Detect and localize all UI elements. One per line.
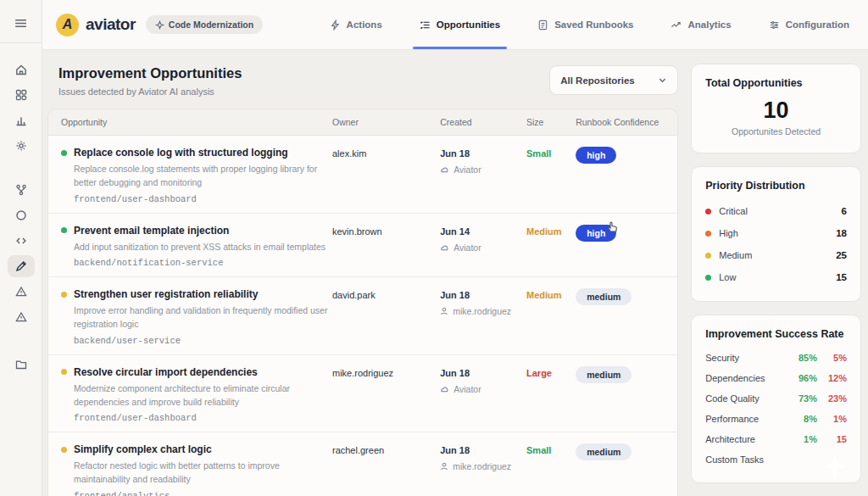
page-title: Improvement Opportunities xyxy=(58,65,242,81)
person-mini-icon xyxy=(440,307,448,315)
row-created: Jun 18 xyxy=(440,147,526,159)
folder-icon[interactable] xyxy=(8,354,35,376)
col-size: Size xyxy=(526,117,576,127)
document-icon xyxy=(537,20,548,31)
mouse-cursor xyxy=(605,219,620,234)
repository-filter-dropdown[interactable]: All Repositories xyxy=(549,65,678,95)
bar-chart-icon[interactable] xyxy=(8,109,35,131)
code-icon[interactable] xyxy=(8,230,35,252)
aviator-mini-icon xyxy=(440,385,449,393)
gear-icon[interactable] xyxy=(8,135,35,157)
sparkle-badge-icon xyxy=(155,20,164,30)
col-runbook-confidence: Runbook Confidence xyxy=(576,117,677,127)
priority-distribution-card: Priority Distribution Critical 6 High 18… xyxy=(691,166,861,302)
row-repo: frontend/user-dashboard xyxy=(74,413,332,423)
table-row[interactable]: Prevent email template injection Add inp… xyxy=(48,214,677,278)
confidence-pill[interactable]: medium xyxy=(576,288,632,305)
row-created: Jun 18 xyxy=(440,288,526,300)
person-mini-icon xyxy=(440,462,448,471)
row-description: Replace console.log statements with prop… xyxy=(74,163,328,190)
card-title: Priority Distribution xyxy=(705,180,847,192)
tab-actions[interactable]: Actions xyxy=(330,0,382,49)
col-owner: Owner xyxy=(332,117,440,127)
tab-saved-runbooks[interactable]: Saved Runbooks xyxy=(537,0,633,49)
col-opportunity: Opportunity xyxy=(61,117,332,127)
confidence-pill[interactable]: high xyxy=(576,147,616,164)
lightning-icon xyxy=(330,20,341,31)
priority-dot xyxy=(61,292,67,298)
circle-icon[interactable] xyxy=(8,204,35,226)
row-size: Large xyxy=(526,366,576,424)
col-created: Created xyxy=(440,117,526,127)
top-bar: A aviator Code Modernization Actions Opp… xyxy=(42,0,868,50)
row-size: Medium xyxy=(526,225,576,269)
sparkle-icon[interactable] xyxy=(821,452,849,481)
low-dot xyxy=(705,275,711,281)
pen-icon[interactable] xyxy=(8,255,35,277)
row-repo: backend/user-service xyxy=(74,336,332,346)
page-subtitle: Issues detected by Aviator AI analysis xyxy=(58,86,242,97)
sliders-icon xyxy=(769,20,780,31)
table-row[interactable]: Simplify complex chart logic Refactor ne… xyxy=(48,432,677,496)
apps-icon[interactable] xyxy=(8,84,35,106)
home-icon[interactable] xyxy=(8,59,35,81)
row-size: Small xyxy=(526,443,576,496)
priority-row-low: Low 15 xyxy=(705,266,847,288)
row-repo: backend/notification-service xyxy=(74,258,332,268)
table-row[interactable]: Strengthen user registration reliability… xyxy=(48,277,677,355)
priority-dot xyxy=(61,369,67,375)
card-title: Total Opportunities xyxy=(705,77,847,89)
confidence-pill[interactable]: medium xyxy=(576,366,632,383)
table-row[interactable]: Replace console log with structured logg… xyxy=(48,136,677,214)
success-row-architecture: Architecture 1%15 xyxy=(705,429,847,449)
total-opportunities-card: Total Opportunities 10 Opportunites Dete… xyxy=(691,64,861,153)
success-row-performance: Performance 8%1% xyxy=(705,409,847,429)
card-title: Improvement Success Rate xyxy=(705,328,847,340)
success-row-security: Security 85%5% xyxy=(705,348,847,368)
row-owner: rachel.green xyxy=(332,443,440,496)
priority-row-critical: Critical 6 xyxy=(705,200,847,222)
tab-configuration[interactable]: Configuration xyxy=(769,0,849,49)
brand-wordmark: aviator xyxy=(86,15,136,34)
rail-divider xyxy=(0,42,42,43)
icon-rail xyxy=(0,0,42,496)
menu-icon[interactable] xyxy=(8,12,35,34)
main-nav: Actions Opportunities Saved Runbooks Ana… xyxy=(330,0,849,49)
row-repo: frontend/user-dashboard xyxy=(74,194,332,204)
aviator-mini-icon xyxy=(440,165,449,174)
row-owner: kevin.brown xyxy=(332,225,440,269)
row-owner: alex.kim xyxy=(332,147,440,204)
confidence-pill[interactable]: medium xyxy=(576,443,632,460)
aviator-mini-icon xyxy=(440,243,449,252)
tab-opportunities[interactable]: Opportunities xyxy=(420,0,500,49)
priority-row-high: High 18 xyxy=(705,222,847,244)
tab-analytics[interactable]: Analytics xyxy=(670,0,731,49)
opportunities-table: Opportunity Owner Created Size Runbook C… xyxy=(47,109,678,496)
warning-icon[interactable] xyxy=(8,281,35,303)
warning-2-icon[interactable] xyxy=(8,306,35,328)
priority-row-medium: Medium 25 xyxy=(705,244,847,266)
row-created: Jun 18 xyxy=(440,443,526,455)
total-opportunities-caption: Opportunites Detected xyxy=(705,126,847,140)
priority-dot xyxy=(61,150,67,156)
row-repo: frontend/analytics xyxy=(74,491,332,496)
branch-icon[interactable] xyxy=(8,179,35,201)
row-description: Refactor nested logic with better patter… xyxy=(74,460,328,487)
chevron-down-icon xyxy=(658,75,667,85)
row-owner: mike.rodriguez xyxy=(332,366,440,424)
table-row[interactable]: Resolve circular import dependencies Mod… xyxy=(48,355,677,433)
row-created: Jun 18 xyxy=(440,366,526,378)
row-description: Modernize component architecture to elim… xyxy=(74,382,328,410)
aviator-logo-icon: A xyxy=(56,14,79,36)
trend-icon xyxy=(670,20,682,31)
success-row-code-quality: Code Quality 73%23% xyxy=(705,388,847,409)
row-description: Improve error handling and validation in… xyxy=(74,304,328,332)
total-opportunities-value: 10 xyxy=(705,98,847,124)
row-description: Add input sanitization to prevent XSS at… xyxy=(74,241,328,254)
row-size: Small xyxy=(526,147,576,204)
row-size: Medium xyxy=(526,288,576,346)
table-header-row: Opportunity Owner Created Size Runbook C… xyxy=(48,109,677,136)
stats-sidebar: Total Opportunities 10 Opportunites Dete… xyxy=(691,64,861,496)
brand[interactable]: A aviator xyxy=(56,14,136,36)
content-area: Improvement Opportunities Issues detecte… xyxy=(42,50,868,496)
